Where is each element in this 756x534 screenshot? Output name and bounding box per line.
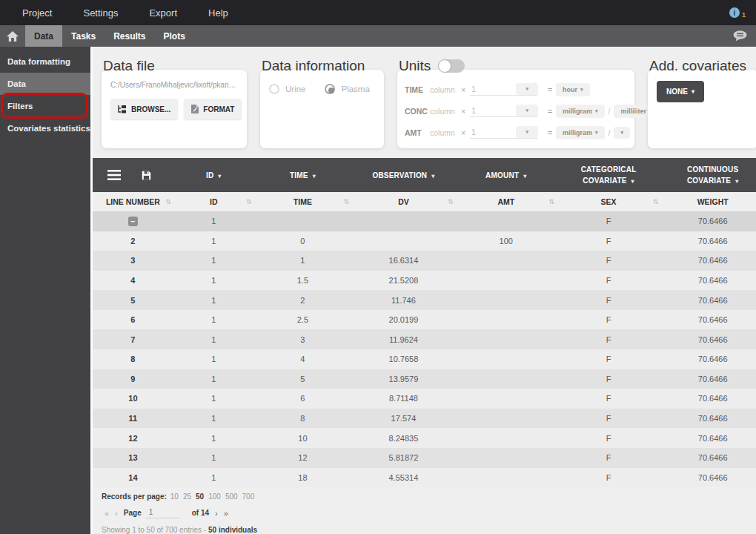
unit-denominator-dropdown[interactable]: ▾ [614, 127, 630, 139]
column-header-time[interactable]: TIME⇅ [254, 197, 352, 206]
type-header-time[interactable]: TIME ▾ [254, 170, 352, 181]
records-per-page-label: Records per page: [102, 492, 167, 501]
first-page-button[interactable]: « [102, 509, 112, 518]
type-header-id[interactable]: ID ▾ [173, 170, 254, 181]
unit-multiplier-input[interactable]: 1▾ [470, 83, 538, 96]
sort-icon[interactable]: ⇅ [548, 198, 554, 205]
table-row-10[interactable]: 10168.71148F70.6466 [93, 389, 756, 409]
unit-row-label: AMT [405, 128, 430, 137]
equals-sign: = [544, 128, 556, 137]
menu-item-project[interactable]: Project [7, 7, 67, 19]
tab-data[interactable]: Data [25, 25, 62, 47]
table-row-4[interactable]: 411.521.5208F70.6466 [93, 271, 756, 291]
table-row-6[interactable]: 612.520.0199F70.6466 [93, 310, 756, 330]
column-header-row: LINE NUMBER⇅ID⇅TIME⇅DV⇅AMT⇅SEX⇅WEIGHT⇅ [93, 192, 756, 211]
column-header-id[interactable]: ID⇅ [173, 197, 254, 206]
page-input[interactable]: 1 [146, 507, 180, 518]
caret-down-icon: ▾ [431, 173, 434, 179]
menu-item-settings[interactable]: Settings [67, 7, 133, 19]
table-row-9[interactable]: 91513.9579F70.6466 [93, 369, 756, 389]
next-page-button[interactable]: › [212, 509, 221, 518]
type-header-observation[interactable]: OBSERVATION ▾ [351, 170, 456, 181]
page-size-25[interactable]: 25 [183, 492, 191, 501]
sidebar-item-data[interactable]: Data [0, 73, 90, 95]
cell-line-number: 2 [93, 237, 173, 245]
table-row-7[interactable]: 71311.9624F70.6466 [93, 329, 756, 349]
table-menu-button[interactable] [107, 170, 121, 180]
page-size-500[interactable]: 500 [225, 492, 238, 501]
sidebar-item-data-formatting[interactable]: Data formatting [0, 50, 90, 73]
page-size-700[interactable]: 700 [242, 492, 255, 501]
sort-icon[interactable]: ⇅ [246, 198, 252, 205]
cell-time: 3 [254, 335, 352, 344]
table-row-13[interactable]: 131125.81872F70.6466 [93, 448, 756, 468]
unit-multiplier-dropdown[interactable]: ▾ [516, 83, 538, 95]
prev-page-button[interactable]: ‹ [112, 509, 121, 518]
unit-numerator-dropdown[interactable]: hour▾ [556, 83, 590, 96]
home-button[interactable] [0, 25, 25, 47]
browse-button[interactable]: BROWSE... [110, 99, 178, 119]
cell-sex: F [557, 394, 661, 403]
page-size-50[interactable]: 50 [196, 492, 204, 501]
page-size-10[interactable]: 10 [170, 492, 179, 501]
covariates-none-dropdown[interactable]: NONE ▾ [657, 81, 704, 102]
table-row-5[interactable]: 51211.746F70.6466 [93, 290, 756, 310]
menu-item-help[interactable]: Help [193, 7, 244, 19]
unit-rows: TIMEcolumn×1▾=hour▾CONCcolumn×1▾=milligr… [405, 79, 627, 143]
column-header-amt[interactable]: AMT⇅ [456, 197, 557, 206]
cell-id: 1 [173, 335, 254, 344]
format-button[interactable]: FORMAT [184, 99, 242, 119]
unit-numerator-dropdown[interactable]: milligram▾ [556, 105, 605, 118]
sort-icon[interactable]: ⇅ [448, 198, 454, 205]
cell-line-number: 4 [93, 276, 173, 285]
unit-multiplier-dropdown[interactable]: ▾ [516, 105, 538, 116]
sidebar-item-covariates-statistics[interactable]: Covariates statistics [0, 117, 90, 139]
column-header-line-number[interactable]: LINE NUMBER⇅ [93, 197, 173, 206]
type-header-amount[interactable]: AMOUNT ▾ [456, 170, 557, 181]
menu-item-export[interactable]: Export [133, 7, 193, 19]
unit-name: milliliter [620, 108, 646, 115]
table-row-14[interactable]: 141184.55314F70.6466 [93, 468, 756, 488]
sort-icon[interactable]: ⇅ [653, 198, 659, 205]
unit-multiplier-input[interactable]: 1▾ [470, 105, 538, 117]
sort-icon[interactable]: ⇅ [344, 198, 350, 205]
units-toggle[interactable] [438, 59, 465, 73]
cell-sex: F [557, 296, 661, 305]
table-row-3[interactable]: 31116.6314F70.6466 [93, 251, 756, 271]
type-header-categorical-covariate[interactable]: CATEGORICAL COVARIATE ▾ [557, 164, 661, 186]
table-toolbar [93, 170, 173, 180]
last-page-button[interactable]: » [221, 509, 231, 518]
tab-results[interactable]: Results [105, 25, 154, 47]
tab-tasks[interactable]: Tasks [62, 25, 105, 47]
menu-items: ProjectSettingsExportHelp [0, 7, 244, 19]
table-row-1[interactable]: −1F70.6466 [93, 211, 756, 231]
sort-icon[interactable]: ⇅ [165, 198, 171, 205]
cell-time: 1.5 [254, 276, 352, 285]
radio-urine[interactable]: Urine [269, 84, 305, 94]
column-header-label: WEIGHT [697, 197, 729, 206]
column-header-dv[interactable]: DV⇅ [351, 197, 456, 206]
sidebar-item-filters[interactable]: Filters [0, 95, 90, 117]
unit-multiplier-input[interactable]: 1▾ [470, 126, 538, 139]
cell-dv: 8.24835 [351, 434, 456, 443]
cell-id: 1 [173, 256, 254, 265]
unit-numerator-dropdown[interactable]: milligram▾ [556, 126, 605, 139]
radio-plasma[interactable]: Plasma [325, 84, 369, 94]
unit-multiplier-dropdown[interactable]: ▾ [516, 126, 538, 138]
cell-time: 8 [254, 414, 352, 423]
info-icon[interactable]: i [729, 7, 740, 18]
page-size-100[interactable]: 100 [208, 492, 221, 501]
table-row-11[interactable]: 111817.574F70.6466 [93, 409, 756, 429]
column-header-weight[interactable]: WEIGHT⇅ [660, 197, 756, 206]
table-row-12[interactable]: 121108.24835F70.6466 [93, 428, 756, 448]
type-header-continuous-covariate[interactable]: CONTINUOUS COVARIATE ▾ [660, 164, 756, 186]
chat-button[interactable] [733, 25, 747, 47]
save-button[interactable] [142, 171, 151, 180]
collapse-icon[interactable]: − [128, 217, 138, 226]
table-row-2[interactable]: 210100F70.6466 [93, 231, 756, 251]
table-row-8[interactable]: 81410.7658F70.6466 [93, 349, 756, 369]
content: Data formattingDataFiltersCovariates sta… [0, 47, 756, 534]
column-header-sex[interactable]: SEX⇅ [557, 197, 661, 206]
tab-plots[interactable]: Plots [155, 25, 194, 47]
cell-sex: F [557, 434, 661, 443]
